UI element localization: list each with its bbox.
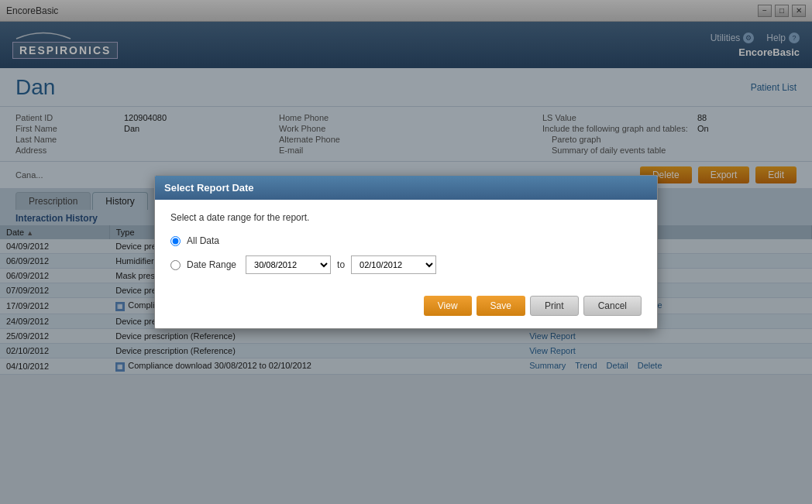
- modal-description: Select a date range for the report.: [170, 212, 642, 223]
- all-data-radio-row: All Data: [170, 235, 642, 246]
- modal-overlay: Select Report Date Select a date range f…: [0, 0, 812, 504]
- from-date-select[interactable]: 30/08/2012: [246, 255, 331, 274]
- cancel-button[interactable]: Cancel: [583, 296, 642, 316]
- all-data-label[interactable]: All Data: [187, 235, 219, 246]
- radio-group: All Data Date Range 30/08/2012 to 02/10/…: [170, 235, 642, 274]
- modal-dialog: Select Report Date Select a date range f…: [154, 175, 658, 329]
- to-date-select[interactable]: 02/10/2012: [351, 255, 436, 274]
- modal-footer: View Save Print Cancel: [155, 290, 657, 328]
- date-range-radio-row: Date Range 30/08/2012 to 02/10/2012: [170, 255, 642, 274]
- modal-title-bar: Select Report Date: [155, 176, 657, 200]
- date-range-radio[interactable]: [170, 260, 181, 270]
- to-label: to: [337, 259, 345, 270]
- save-button[interactable]: Save: [477, 296, 525, 316]
- date-range-label[interactable]: Date Range: [187, 259, 236, 270]
- view-button[interactable]: View: [424, 296, 472, 316]
- modal-title: Select Report Date: [164, 182, 254, 194]
- all-data-radio[interactable]: [170, 236, 181, 246]
- modal-body: Select a date range for the report. All …: [155, 200, 657, 290]
- date-range-controls: 30/08/2012 to 02/10/2012: [246, 255, 436, 274]
- print-button[interactable]: Print: [530, 296, 579, 316]
